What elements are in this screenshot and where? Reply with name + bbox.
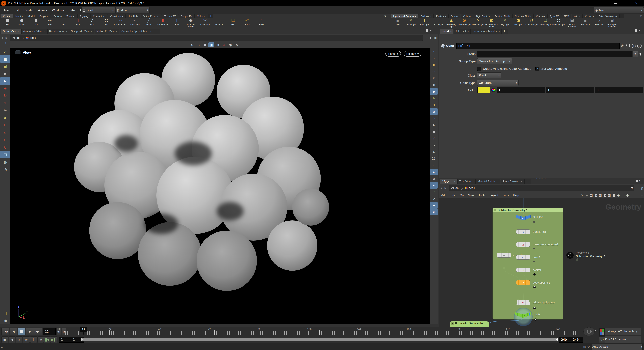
keys-status[interactable]: 0 keys, 0/0 channels▲ — [605, 328, 641, 335]
shaded-mode-icon[interactable]: ▩ — [430, 108, 438, 115]
camera-tool-icon[interactable]: ▤ — [0, 151, 10, 159]
shelf-tool[interactable]: Ψ L-System — [198, 18, 212, 26]
radial-menu-selector[interactable]: ◉ Main ▲▼ — [594, 7, 644, 13]
view-mode-icon[interactable]: ◭ — [0, 48, 10, 55]
close-tab-icon[interactable]: × — [467, 30, 469, 32]
shelf-tab[interactable]: Oceans — [534, 14, 547, 18]
shelf-tool[interactable]: ▮ Tube — [29, 18, 43, 26]
net-search-icon[interactable] — [640, 193, 644, 197]
global-start-field[interactable]: 1 — [59, 337, 72, 343]
menu-item[interactable]: Layout — [487, 193, 500, 197]
close-tab-icon[interactable]: × — [44, 30, 45, 32]
fan-icon[interactable]: ✣ — [430, 195, 438, 202]
collapse-icon[interactable]: − — [451, 322, 454, 325]
checker-icon[interactable]: ▩ — [430, 175, 438, 182]
frame-view-icon[interactable]: ⊕ — [215, 42, 221, 47]
shelf-tool[interactable]: ○ Ambient Light — [552, 18, 565, 26]
wireframe-icon[interactable]: ◇ — [430, 115, 438, 122]
shelf-tab[interactable]: Particle Fluids — [492, 14, 512, 18]
stop-button[interactable] — [18, 328, 26, 336]
record-icon[interactable]: ◉ — [221, 42, 227, 47]
pane-tab[interactable]: Geometry Spreadsheet× — [120, 29, 153, 33]
audio-options-icon[interactable]: ◀ — [8, 337, 15, 343]
net-snapshot-icon[interactable]: ▦ — [598, 194, 602, 197]
menu-item[interactable]: Labs — [500, 193, 511, 197]
projection-button[interactable]: Persp▼ — [386, 51, 401, 57]
shelf-tab[interactable]: Hair Utils — [126, 14, 140, 18]
pane-tab[interactable]: + — [153, 29, 160, 33]
flat-shade-icon[interactable]: ◆ — [430, 122, 438, 128]
key-mode-select[interactable]: Key All Channels▲▼ — [605, 336, 641, 343]
render-flag-icon[interactable]: ◧ — [428, 36, 433, 39]
secure-icon[interactable]: ◠ — [430, 68, 438, 75]
search-icon[interactable] — [625, 43, 631, 48]
bulb-plus-icon[interactable]: ⊕ — [430, 95, 438, 102]
net-image-icon[interactable]: ▣ — [612, 194, 616, 197]
close-button[interactable]: ✕ — [631, 1, 642, 6]
menu-item[interactable]: Edit — [11, 8, 21, 12]
prim-normals-icon[interactable]: ◭ — [430, 149, 438, 155]
net-list-icon[interactable]: ▤ — [589, 194, 594, 197]
light-tool-icon[interactable]: ◎ — [0, 166, 10, 173]
group-dropdown-icon[interactable]: ▼ — [632, 51, 638, 57]
tag-icon[interactable]: ◉ — [430, 209, 438, 215]
snap-grid-icon[interactable]: ∪ — [0, 122, 10, 129]
node-measure-curvature1[interactable]: ▲ — [516, 242, 530, 247]
node-parameters[interactable] — [566, 252, 574, 259]
range-left-handle[interactable] — [81, 338, 83, 341]
shelf-tool[interactable]: ≈ Draw Curve — [128, 18, 142, 26]
dolly-view-icon[interactable]: ⇄ — [202, 42, 208, 47]
secure-selection-icon[interactable]: ▶ — [0, 77, 10, 85]
main-menu-selector[interactable]: ◎ Main ▲▼ — [116, 7, 150, 13]
pick-arrow-icon[interactable] — [639, 52, 642, 56]
key-options-icon[interactable]: ▼ — [595, 330, 596, 332]
group-input[interactable] — [477, 51, 632, 57]
range-start-button[interactable]: ▐◀ — [43, 337, 50, 343]
toolbox-icon[interactable]: ▣ — [0, 63, 10, 70]
network-canvas[interactable]: Geometry — [439, 198, 644, 327]
set-view-icon[interactable]: ◍ — [0, 159, 10, 166]
help-icon[interactable]: ? — [636, 43, 642, 48]
delete-attrs-checkbox[interactable] — [477, 67, 481, 71]
collapse-icon[interactable]: − — [494, 209, 496, 211]
menu-item[interactable]: Tools — [476, 193, 488, 197]
shelf-tool[interactable]: § Helix — [254, 18, 268, 26]
follow-icon[interactable]: ◎ — [640, 187, 644, 190]
fast-forward-button[interactable]: ▶▶❘ — [34, 328, 42, 336]
global-animation-icon[interactable]: ⊕ — [23, 337, 30, 343]
pane-expand-icon[interactable]: ▲ — [1, 346, 2, 348]
shelf-tool[interactable]: ⊓ Area Light — [431, 18, 444, 26]
shelf-tool[interactable]: ▣ VR Camera — [579, 18, 592, 26]
shelf-tab[interactable]: + — [208, 14, 213, 18]
memory-usage-icon[interactable]: ◍ — [583, 345, 586, 349]
camera-view-icon[interactable]: ▣ — [208, 42, 214, 47]
flipbook-icon[interactable]: ◉ — [228, 42, 234, 47]
playback-end-field[interactable]: 240 — [559, 337, 572, 343]
shelf-tool[interactable]: ╱ Path — [142, 18, 156, 26]
takes-icon[interactable]: ◉ — [0, 317, 10, 324]
slider-options-icon[interactable]: ◈ — [38, 337, 44, 343]
shelf-tool[interactable]: ◆ Platonic Solids — [184, 18, 198, 28]
scene-viewport[interactable]: View Persp▼ No cam▼ Z Y X — [10, 48, 430, 324]
pane-splitter-handle[interactable]: ▲ ⠿⠿⠿ ▼ — [536, 177, 546, 179]
headlight-icon[interactable]: ◐ — [430, 81, 438, 88]
node-copytopoints1[interactable]: ✶ — [516, 280, 530, 285]
shelf-tool[interactable]: ▣ Gamepad Camera — [606, 18, 619, 28]
shelf-tab[interactable]: FEM — [561, 14, 571, 18]
close-tab-icon[interactable]: × — [498, 180, 499, 183]
pane-controls[interactable]: ▼ — [635, 29, 640, 32]
rotate-view-icon[interactable]: ↻ — [189, 42, 195, 47]
select-icon[interactable]: ▶ — [0, 70, 10, 77]
shelf-tab[interactable]: Viscous Fluids — [513, 14, 534, 18]
shelf-tab[interactable]: Wires — [572, 14, 582, 18]
menu-item[interactable]: Assets — [36, 8, 50, 12]
play-backward-button[interactable]: ◀ — [10, 328, 17, 336]
point-numbers-icon[interactable]: 12 — [430, 142, 438, 149]
net-sticky-icon[interactable]: ▥ — [607, 194, 612, 197]
snap-curve-icon[interactable]: ∪ — [0, 129, 10, 136]
pane-tab[interactable]: Scene View× — [1, 29, 21, 33]
shelf-tool[interactable]: ▣ Stereo Camera — [565, 18, 579, 28]
pose-icon[interactable]: ✳ — [0, 107, 10, 114]
minimize-button[interactable]: — — [610, 1, 621, 6]
shelf-tool[interactable]: ▮ Spray Paint — [156, 18, 170, 26]
